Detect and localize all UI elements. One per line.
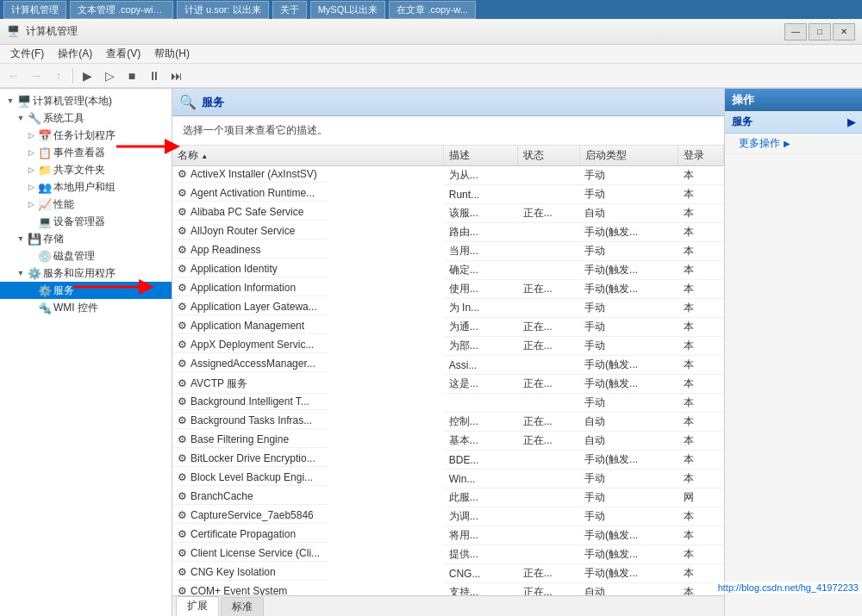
sidebar-item-disk-management[interactable]: 💿 磁盘管理 [0, 247, 172, 264]
sidebar-item-shared-folders[interactable]: ▷ 📁 共享文件夹 [0, 161, 172, 178]
col-header-startup[interactable]: 启动类型 [579, 146, 678, 166]
sidebar-item-storage[interactable]: ▼ 💾 存储 [0, 230, 172, 247]
menu-file[interactable]: 文件(F) [3, 45, 51, 63]
col-header-name[interactable]: 名称 ▲ [172, 146, 444, 166]
right-panel-more-actions[interactable]: 更多操作 ▶ [725, 134, 862, 154]
table-row[interactable]: ⚙Application Identity确定...手动(触发...本 [172, 261, 724, 280]
table-row[interactable]: ⚙COM+ Event System支持...正在...自动本 [172, 583, 724, 596]
cell-status [518, 166, 580, 185]
sidebar-item-local-users[interactable]: ▷ 👥 本地用户和组 [0, 178, 172, 196]
sidebar-item-device-manager[interactable]: 💻 设备管理器 [0, 213, 172, 230]
service-name: BranchCache [191, 490, 253, 502]
tree-root-label: 计算机管理(本地) [31, 94, 112, 109]
table-row[interactable]: ⚙Background Intelligent T...手动本 [172, 394, 724, 413]
taskbar-item-3[interactable]: 计进 u.sor: 以出来 [177, 1, 269, 19]
table-row[interactable]: ⚙Agent Activation Runtime...Runt...手动本 [172, 185, 724, 204]
tree-expand-wmi[interactable] [24, 301, 38, 314]
restart-button[interactable]: ⏭ [166, 66, 187, 85]
table-row[interactable]: ⚙AVCTP 服务这是...正在...手动(触发...本 [172, 375, 724, 394]
taskbar-item-2[interactable]: 文本管理 .copy-win... [70, 1, 173, 19]
cell-login: 本 [678, 318, 724, 337]
service-icon: ⚙ [178, 377, 187, 389]
table-row[interactable]: ⚙Certificate Propagation将用...手动(触发...本 [172, 526, 724, 545]
close-button[interactable]: ✕ [833, 23, 855, 40]
col-header-login[interactable]: 登录 [678, 146, 724, 166]
taskbar-item-4[interactable]: 关于 [272, 1, 307, 19]
col-header-desc[interactable]: 描述 [444, 146, 518, 166]
up-button[interactable]: ↑ [48, 66, 69, 85]
tree-expand-shared[interactable]: ▷ [24, 163, 38, 177]
table-row[interactable]: ⚙AppX Deployment Servic...为部...正在...手动本 [172, 337, 724, 356]
taskbar-item-5[interactable]: MySQL以出来 [310, 1, 386, 19]
right-panel-services-arrow: ▶ [847, 116, 855, 128]
tree-root[interactable]: ▼ 🖥️ 计算机管理(本地) [0, 92, 172, 109]
table-row[interactable]: ⚙BranchCache此服...手动网 [172, 488, 724, 507]
cell-desc: Win... [444, 470, 518, 488]
tree-expand-task[interactable]: ▷ [24, 128, 38, 142]
cell-login: 本 [678, 337, 724, 356]
col-header-status[interactable]: 状态 [518, 146, 580, 166]
stop-button[interactable]: ■ [122, 66, 142, 85]
table-row[interactable]: ⚙AssignedAccessManager...Assi...手动(触发...… [172, 356, 724, 375]
cell-startup: 手动 [579, 242, 678, 261]
cell-status [518, 470, 580, 488]
right-panel-section-services[interactable]: 服务 ▶ [725, 111, 862, 134]
table-row[interactable]: ⚙Block Level Backup Engi...Win...手动本 [172, 470, 724, 488]
sidebar-item-performance[interactable]: ▷ 📈 性能 [0, 196, 172, 213]
tree-expand-disk[interactable] [24, 249, 38, 263]
pause-button[interactable]: ⏸ [144, 66, 165, 85]
cell-desc: 基本... [444, 432, 518, 451]
table-row[interactable]: ⚙BitLocker Drive Encryptio...BDE...手动(触发… [172, 451, 724, 470]
table-row[interactable]: ⚙ActiveX Installer (AxInstSV)为从...手动本 [172, 166, 724, 185]
table-row[interactable]: ⚙App Readiness当用...手动本 [172, 242, 724, 261]
tree-expand-services[interactable] [24, 283, 38, 297]
sidebar-item-task-scheduler[interactable]: ▷ 📅 任务计划程序 [0, 127, 172, 144]
play2-button[interactable]: ▷ [99, 66, 120, 85]
maximize-button[interactable]: □ [809, 23, 831, 40]
table-row[interactable]: ⚙CaptureService_7aeb5846为调...手动本 [172, 507, 724, 526]
sidebar-item-wmi[interactable]: 🔩 WMI 控件 [0, 299, 172, 316]
tree-expand-users[interactable]: ▷ [24, 180, 38, 194]
sidebar-item-services-apps[interactable]: ▼ ⚙️ 服务和应用程序 [0, 264, 172, 282]
menu-help[interactable]: 帮助(H) [147, 45, 197, 63]
table-row[interactable]: ⚙AllJoyn Router Service路由...手动(触发...本 [172, 223, 724, 242]
service-name: Background Tasks Infras... [191, 414, 312, 426]
sidebar-label-device-manager: 设备管理器 [52, 215, 105, 229]
table-row[interactable]: ⚙Application Management为通...正在...手动本 [172, 318, 724, 337]
table-row[interactable]: ⚙Alibaba PC Safe Service该服...正在...自动本 [172, 204, 724, 223]
cell-name: ⚙Block Level Backup Engi... [172, 470, 328, 486]
tab-standard[interactable]: 标准 [221, 597, 264, 616]
tree-expand-perf[interactable]: ▷ [24, 197, 38, 211]
service-name: CNG Key Isolation [191, 566, 276, 578]
table-row[interactable]: ⚙Base Filtering Engine基本...正在...自动本 [172, 432, 724, 451]
forward-button[interactable]: → [26, 66, 47, 85]
services-table-container[interactable]: 名称 ▲ 描述 状态 启动类型 登录 ⚙ActiveX Installer (A… [172, 146, 724, 595]
taskbar-item-6[interactable]: 在文章 .copy-w... [389, 1, 476, 19]
table-row[interactable]: ⚙Client License Service (Cli...提供...手动(触… [172, 545, 724, 564]
tree-expand-storage[interactable]: ▼ [14, 232, 28, 246]
center-panel: 🔍 服务 选择一个项目来查看它的描述。 名称 ▲ 描述 状态 启动类型 [172, 89, 724, 616]
cell-status [518, 394, 580, 413]
shared-folders-icon: 📁 [38, 163, 52, 177]
service-icon: ⚙ [178, 547, 187, 559]
tree-expand-services-apps[interactable]: ▼ [14, 266, 28, 280]
menu-action[interactable]: 操作(A) [51, 45, 99, 63]
tree-expand-dev[interactable] [24, 215, 38, 228]
tree-expand-system-tools[interactable]: ▼ [14, 111, 28, 125]
sidebar-item-system-tools[interactable]: ▼ 🔧 系统工具 [0, 109, 172, 127]
taskbar-item-1[interactable]: 计算机管理 [3, 1, 66, 19]
minimize-button[interactable]: — [784, 23, 807, 40]
play-button[interactable]: ▶ [77, 66, 97, 85]
tab-expand[interactable]: 扩展 [176, 596, 219, 616]
sidebar-item-event-viewer[interactable]: ▷ 📋 事件查看器 [0, 144, 172, 161]
table-row[interactable]: ⚙Background Tasks Infras...控制...正在...自动本 [172, 413, 724, 432]
tree-expand-root[interactable]: ▼ [3, 94, 17, 108]
cell-desc: CNG... [444, 564, 518, 583]
back-button[interactable]: ← [3, 66, 24, 85]
menu-view[interactable]: 查看(V) [99, 45, 147, 63]
table-row[interactable]: ⚙Application Layer Gatewa...为 In...手动本 [172, 299, 724, 318]
tree-expand-event[interactable]: ▷ [24, 146, 38, 159]
table-row[interactable]: ⚙CNG Key IsolationCNG...正在...手动(触发...本 [172, 564, 724, 583]
table-row[interactable]: ⚙Application Information使用...正在...手动(触发.… [172, 280, 724, 299]
sidebar-item-services[interactable]: ⚙️ 服务 [0, 282, 172, 299]
